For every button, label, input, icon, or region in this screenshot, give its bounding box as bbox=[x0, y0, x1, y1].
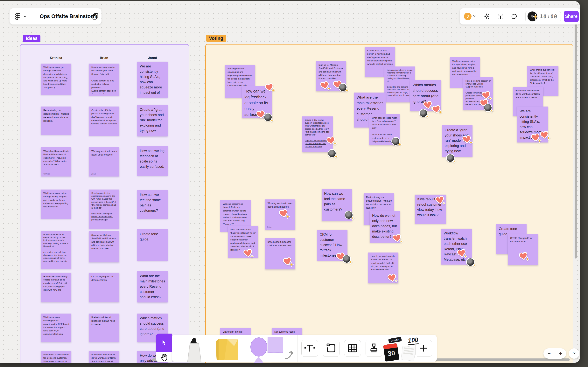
avatar[interactable]: J bbox=[464, 13, 471, 20]
sticky-note[interactable]: How can we log feedback at scale so its … bbox=[137, 146, 168, 176]
heart-sticker[interactable] bbox=[540, 131, 549, 139]
canvas[interactable]: Ideas Voting KrithikaWorking session: go… bbox=[0, 1, 580, 363]
voting-section-label[interactable]: Voting bbox=[206, 35, 226, 42]
heart-sticker[interactable] bbox=[462, 135, 471, 144]
avatar-sticker[interactable] bbox=[391, 137, 400, 146]
avatar-sticker[interactable] bbox=[344, 211, 353, 219]
avatar-sticker[interactable] bbox=[328, 149, 336, 158]
square-shape-tool[interactable] bbox=[268, 337, 283, 353]
heart-sticker[interactable] bbox=[393, 234, 402, 242]
avatar-sticker[interactable] bbox=[342, 255, 351, 263]
timer-widget[interactable]: 10:00 bbox=[525, 11, 561, 22]
sticky-note[interactable]: If we had an internal "hack week/launch … bbox=[228, 226, 258, 258]
heart-sticker[interactable] bbox=[457, 249, 466, 257]
avatar-sticker[interactable] bbox=[484, 103, 492, 112]
ideas-section-label[interactable]: Ideas bbox=[23, 35, 41, 42]
sticky-note[interactable]: What should support look like for differ… bbox=[41, 147, 71, 176]
sticky-note[interactable]: Create style guide for documentation bbox=[89, 273, 119, 302]
avatar-sticker[interactable] bbox=[338, 83, 347, 92]
zoom-in-button[interactable]: + bbox=[555, 348, 566, 359]
sticky-note[interactable]: Brainstorm metrics to create reporting o… bbox=[41, 231, 71, 269]
sticky-note[interactable]: How do we continuously enable the team t… bbox=[41, 273, 71, 302]
ellipse-shape-tool[interactable] bbox=[251, 337, 267, 357]
sticky-note-tool[interactable] bbox=[213, 336, 246, 361]
sticky-note[interactable]: Brainstorm what metrics do we want as ou… bbox=[89, 351, 119, 363]
avatar-sticker[interactable] bbox=[419, 109, 428, 117]
sticky-note[interactable]: Have a working session on Knowledge Cent… bbox=[89, 64, 119, 96]
stamp-tool[interactable] bbox=[366, 340, 382, 357]
section-tool[interactable] bbox=[323, 340, 339, 357]
sticky-note[interactable]: upsell opportunities for customer succes… bbox=[265, 238, 295, 269]
help-button[interactable]: ? bbox=[569, 348, 579, 359]
sticky-note[interactable]: We are consistently hitting SLA's, how c… bbox=[137, 62, 168, 98]
chevron-down-icon[interactable] bbox=[23, 15, 27, 17]
heart-sticker[interactable] bbox=[279, 209, 288, 218]
sticky-note[interactable]: Sign up for Mailgun, SendGrid, and Postm… bbox=[316, 61, 346, 91]
sticky-note[interactable]: How do we not only add new docs pages, b… bbox=[370, 211, 400, 242]
heart-sticker[interactable] bbox=[423, 101, 432, 109]
templates-icon[interactable] bbox=[497, 13, 504, 20]
heart-sticker[interactable] bbox=[320, 82, 329, 90]
marker-tool[interactable] bbox=[183, 337, 205, 362]
sticky-note[interactable]: Restructuring our documentation - what d… bbox=[41, 107, 71, 135]
avatar-sticker[interactable] bbox=[446, 154, 455, 162]
file-title[interactable]: Ops Offsite Brainstorm bbox=[40, 8, 97, 25]
sticky-note[interactable]: What are the main milestones every Resen… bbox=[137, 271, 168, 302]
sticky-note[interactable]: Create a "grab your shoes and run" model… bbox=[442, 125, 472, 157]
sticky-note[interactable]: Create style guide for documentation bbox=[508, 234, 538, 265]
sticky-note[interactable]: Create a day-to-day support expectations… bbox=[302, 117, 333, 152]
sticky-note[interactable]: Create a list of "this person is having … bbox=[89, 107, 119, 136]
sticky-note[interactable]: Create a "grab your shoes and run" model… bbox=[137, 105, 168, 136]
sticky-note[interactable]: Workflow transfer: watch each other use … bbox=[441, 229, 472, 265]
sticky-note[interactable]: Working session to learn about email hea… bbox=[265, 200, 295, 230]
heart-sticker[interactable] bbox=[387, 274, 396, 282]
sticky-note[interactable]: How can we log feedback at scale so its … bbox=[242, 86, 272, 118]
hand-tool-cursor-icon[interactable] bbox=[160, 353, 168, 362]
table-tool[interactable] bbox=[344, 340, 361, 357]
heart-sticker[interactable] bbox=[432, 105, 441, 114]
figma-logo-icon[interactable] bbox=[15, 13, 21, 20]
sticky-note[interactable]: Create a day-to-day support expectations… bbox=[89, 190, 119, 229]
chevron-down-icon[interactable] bbox=[473, 15, 476, 17]
triangle-shape-tool[interactable] bbox=[252, 357, 266, 363]
sticky-note[interactable]: What does success mean for a Resend cust… bbox=[369, 114, 400, 145]
ai-sparkles-icon[interactable] bbox=[483, 13, 490, 20]
sticky-note[interactable]: How do we continuously enable the team t… bbox=[368, 252, 398, 284]
sticky-note[interactable]: Sign up for Mailgun, SendGrid, and Postm… bbox=[89, 231, 119, 262]
sticky-note-link[interactable]: https://a16z.com/good-product-manager-ba… bbox=[305, 139, 327, 148]
sticky-note[interactable]: Create tone guide. bbox=[137, 229, 168, 261]
select-tool[interactable] bbox=[156, 334, 172, 352]
avatar-sticker[interactable] bbox=[466, 258, 475, 266]
pages-icon[interactable] bbox=[92, 13, 99, 20]
sticky-note[interactable]: Which metrics should success care about … bbox=[410, 80, 441, 111]
sticky-note[interactable]: Brainstorm internal runbooks that we nee… bbox=[89, 314, 119, 342]
heart-sticker[interactable] bbox=[283, 258, 292, 266]
share-button[interactable]: Share bbox=[564, 11, 579, 22]
text-tool[interactable] bbox=[301, 340, 318, 357]
add-more-button[interactable] bbox=[415, 340, 432, 357]
sticky-note[interactable]: We are consistently hitting SLA's, how c… bbox=[517, 107, 548, 142]
connector-arrow-tool[interactable] bbox=[284, 350, 295, 360]
heart-sticker[interactable] bbox=[482, 91, 491, 100]
zoom-out-button[interactable]: − bbox=[544, 348, 555, 359]
heart-sticker[interactable] bbox=[531, 134, 540, 142]
heart-sticker[interactable] bbox=[327, 137, 336, 145]
heart-sticker[interactable] bbox=[265, 83, 274, 92]
sticky-note[interactable]: Working session: go through Plain and de… bbox=[41, 64, 71, 95]
heart-sticker[interactable] bbox=[244, 249, 252, 257]
avatar-sticker[interactable] bbox=[264, 113, 272, 122]
heart-sticker[interactable] bbox=[519, 252, 528, 260]
heart-sticker[interactable] bbox=[435, 196, 444, 204]
sticky-note-link[interactable]: https://a16z.com/good-product-manager-ba… bbox=[91, 212, 113, 221]
comment-icon[interactable] bbox=[511, 13, 518, 20]
sticky-note[interactable]: CRM for customer success? How to track m… bbox=[317, 230, 347, 261]
sticky-note[interactable]: Have a working session on Knowledge Cent… bbox=[463, 77, 493, 110]
sticky-note[interactable]: Working session: going through Inkeep in… bbox=[41, 190, 71, 219]
vertical-scrollbar[interactable] bbox=[575, 15, 577, 259]
sticky-note[interactable]: Working session to learn about email hea… bbox=[89, 147, 119, 176]
sticky-note[interactable]: How can we feel the same pain as custome… bbox=[322, 189, 352, 221]
sticky-note[interactable]: Working session: cleaning up and organiz… bbox=[41, 314, 71, 342]
sticky-note[interactable]: If we rebuilt retool customer view today… bbox=[415, 195, 446, 224]
sticky-note[interactable]: What does success mean for a Resend cust… bbox=[41, 351, 71, 363]
sticky-note[interactable]: How can we feel the same pain as custome… bbox=[137, 190, 168, 219]
